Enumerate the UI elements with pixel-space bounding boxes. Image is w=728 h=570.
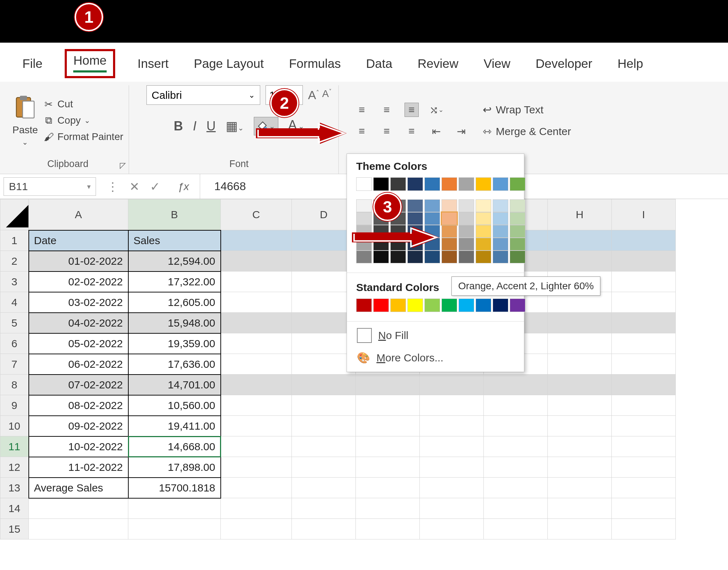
color-swatch[interactable] <box>373 299 389 312</box>
color-swatch[interactable] <box>407 177 423 191</box>
color-swatch[interactable] <box>424 177 440 191</box>
cell[interactable]: 10-02-2022 <box>29 436 128 457</box>
tab-formulas[interactable]: Formulas <box>286 55 344 72</box>
cell[interactable] <box>221 478 292 498</box>
color-swatch[interactable] <box>459 199 474 212</box>
copy-button[interactable]: ⧉Copy⌄ <box>43 115 123 126</box>
color-swatch[interactable] <box>459 177 474 191</box>
color-swatch[interactable] <box>407 199 423 212</box>
bold-button[interactable]: B <box>174 119 183 134</box>
cell[interactable] <box>420 395 484 416</box>
color-swatch[interactable] <box>441 299 457 312</box>
cell[interactable] <box>221 354 292 375</box>
column-header[interactable]: D <box>292 199 356 230</box>
decrease-indent-icon[interactable]: ⇤ <box>429 124 444 138</box>
column-header[interactable]: I <box>612 199 676 230</box>
select-all-button[interactable] <box>0 199 29 230</box>
no-fill-button[interactable]: No Fill <box>347 324 524 347</box>
cell[interactable] <box>221 313 292 333</box>
color-swatch[interactable] <box>356 299 372 312</box>
more-colors-button[interactable]: 🎨 More Colors... <box>347 347 524 368</box>
color-swatch[interactable] <box>493 299 508 312</box>
cell[interactable] <box>420 457 484 478</box>
cell[interactable] <box>420 416 484 436</box>
color-swatch[interactable] <box>510 299 525 312</box>
increase-font-icon[interactable]: A˄ <box>308 88 320 102</box>
cell[interactable] <box>612 333 676 354</box>
cut-button[interactable]: ✂Cut <box>43 98 123 110</box>
cell[interactable] <box>548 375 612 395</box>
color-swatch[interactable] <box>493 199 508 212</box>
color-swatch[interactable] <box>493 177 508 191</box>
cell[interactable]: 03-02-2022 <box>29 292 128 313</box>
color-swatch[interactable] <box>510 199 525 212</box>
cell[interactable] <box>612 230 676 251</box>
chevron-down-icon[interactable]: ⌄ <box>22 138 28 146</box>
merge-center-button[interactable]: ⇿Merge & Center <box>483 125 571 138</box>
cell[interactable] <box>221 519 292 539</box>
cell[interactable] <box>292 333 356 354</box>
cell[interactable] <box>612 354 676 375</box>
cell[interactable] <box>612 519 676 539</box>
color-swatch[interactable] <box>510 177 525 191</box>
chevron-down-icon[interactable]: ⌄ <box>84 116 90 125</box>
row-header[interactable]: 3 <box>0 271 29 292</box>
cell[interactable]: 08-02-2022 <box>29 395 128 416</box>
cell[interactable]: Average Sales <box>29 478 128 498</box>
color-swatch[interactable] <box>476 177 491 191</box>
cell[interactable] <box>292 457 356 478</box>
color-swatch[interactable] <box>424 299 440 312</box>
cell[interactable] <box>484 375 548 395</box>
row-header[interactable]: 6 <box>0 333 29 354</box>
row-header[interactable]: 1 <box>0 230 29 251</box>
color-swatch[interactable] <box>493 212 508 225</box>
cell[interactable] <box>292 416 356 436</box>
cell[interactable] <box>548 457 612 478</box>
cell[interactable] <box>292 498 356 519</box>
formula-options-icon[interactable]: ⋮ <box>107 179 119 194</box>
accept-formula-icon[interactable]: ✓ <box>150 179 160 194</box>
cell[interactable]: 01-02-2022 <box>29 251 128 271</box>
color-swatch[interactable] <box>476 212 491 225</box>
column-header[interactable]: B <box>128 199 221 230</box>
cell[interactable] <box>292 478 356 498</box>
cell[interactable]: 14,668.00 <box>128 436 221 457</box>
paste-button[interactable]: Paste ⌄ <box>12 95 38 146</box>
cell[interactable]: 17,636.00 <box>128 354 221 375</box>
cell[interactable] <box>292 292 356 313</box>
cell[interactable]: 07-02-2022 <box>29 375 128 395</box>
cell[interactable] <box>292 251 356 271</box>
cell[interactable] <box>221 436 292 457</box>
color-swatch[interactable] <box>510 212 525 225</box>
cell[interactable] <box>221 292 292 313</box>
row-header[interactable]: 13 <box>0 478 29 498</box>
color-swatch[interactable] <box>459 238 474 251</box>
align-center-icon[interactable]: ≡ <box>380 124 394 138</box>
align-top-icon[interactable]: ≡ <box>355 103 369 117</box>
tab-view[interactable]: View <box>481 55 513 72</box>
cell[interactable]: 15,948.00 <box>128 313 221 333</box>
column-header[interactable]: C <box>221 199 292 230</box>
cell[interactable] <box>484 395 548 416</box>
color-swatch[interactable] <box>390 177 406 191</box>
cell[interactable] <box>612 251 676 271</box>
column-header[interactable]: A <box>29 199 128 230</box>
tab-help[interactable]: Help <box>615 55 646 72</box>
row-header[interactable]: 8 <box>0 375 29 395</box>
color-swatch[interactable] <box>476 251 491 263</box>
cell[interactable] <box>221 333 292 354</box>
cell[interactable] <box>484 478 548 498</box>
cell[interactable] <box>356 478 420 498</box>
row-header[interactable]: 5 <box>0 313 29 333</box>
cell[interactable] <box>612 292 676 313</box>
cell[interactable] <box>221 230 292 251</box>
cell[interactable] <box>548 333 612 354</box>
fx-icon[interactable]: ƒx <box>167 181 200 193</box>
cell[interactable] <box>356 395 420 416</box>
cell[interactable] <box>221 498 292 519</box>
cell[interactable]: 05-02-2022 <box>29 333 128 354</box>
row-header[interactable]: 12 <box>0 457 29 478</box>
cell[interactable]: 11-02-2022 <box>29 457 128 478</box>
cell[interactable]: 02-02-2022 <box>29 271 128 292</box>
cell[interactable] <box>420 519 484 539</box>
